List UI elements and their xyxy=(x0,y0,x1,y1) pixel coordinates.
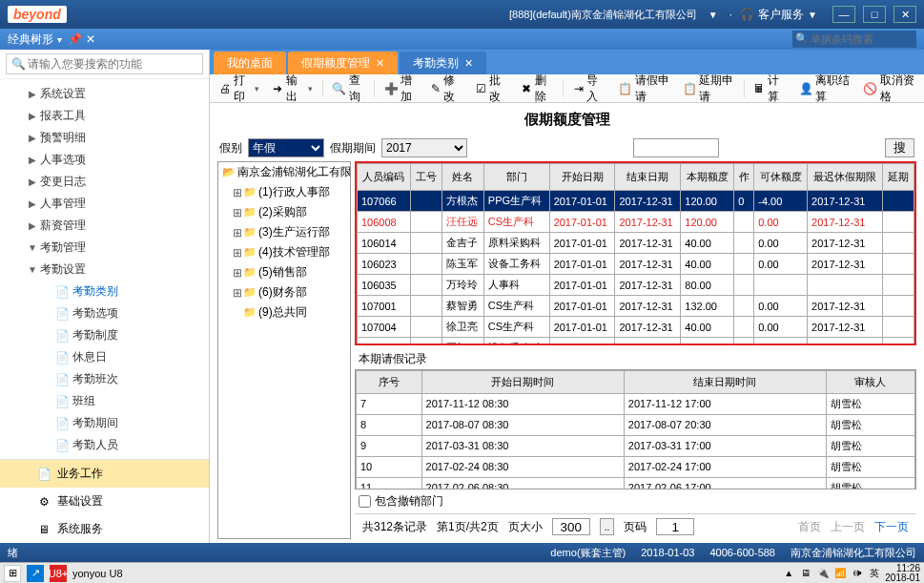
toolbar-button[interactable]: 📋延期申请 xyxy=(677,77,739,100)
toolbar-button[interactable]: 📋请假申请 xyxy=(613,77,675,100)
tree-node[interactable]: 📄考勤人员 xyxy=(0,434,209,456)
expand-icon[interactable]: ⊞ xyxy=(232,246,243,260)
account-dropdown-icon[interactable]: ▼ xyxy=(708,10,718,20)
tree-node[interactable]: ▶人事选项 xyxy=(0,149,209,171)
column-header[interactable]: 最迟休假期限 xyxy=(808,164,883,191)
tab-close-icon[interactable]: ✕ xyxy=(376,57,384,70)
table-row[interactable]: 106008汪任远CS生产科2017-01-012017-12-31120.00… xyxy=(358,212,914,233)
toolbar-button[interactable]: 👤离职结算 xyxy=(793,77,855,100)
column-header[interactable]: 可休额度 xyxy=(754,164,808,191)
table-row[interactable]: 107001蔡智勇CS生产科2017-01-012017-12-31132.00… xyxy=(358,296,914,317)
toolbar-button[interactable]: ☑批改 xyxy=(470,77,514,100)
toolbar-button[interactable]: ✖删除 xyxy=(515,77,559,100)
toolbar-button[interactable]: 🖨打印▾ xyxy=(214,77,265,100)
tree-node[interactable]: ▶报表工具 xyxy=(0,105,209,127)
tree-node[interactable]: ▼考勤管理 xyxy=(0,237,209,259)
leave-records-grid[interactable]: 序号开始日期时间结束日期时间审核人72017-11-12 08:302017-1… xyxy=(356,370,915,490)
column-header[interactable]: 开始日期时间 xyxy=(421,370,624,393)
service-dropdown-icon[interactable]: ▼ xyxy=(808,10,817,20)
minimize-button[interactable]: — xyxy=(832,6,855,23)
taskbar-clock[interactable]: 11:26 2018-01 xyxy=(885,564,920,583)
vacation-grid[interactable]: 人员编码工号姓名部门开始日期结束日期本期额度作可休额度最迟休假期限延期10706… xyxy=(357,163,914,345)
toolbar-button[interactable]: 🚫取消资格 xyxy=(858,77,920,100)
column-header[interactable]: 结束日期时间 xyxy=(624,370,826,393)
pager-prev[interactable]: 上一页 xyxy=(831,519,865,535)
expand-icon[interactable]: ⊞ xyxy=(232,206,243,219)
sidebar-search-input[interactable] xyxy=(6,53,203,74)
column-header[interactable]: 本期额度 xyxy=(681,164,734,191)
sidebar-section[interactable]: 📄业务工作 xyxy=(0,460,209,488)
tree-node[interactable]: 📄休息日 xyxy=(0,346,209,368)
table-row[interactable]: 92017-03-31 08:302017-03-31 17:00胡雪松 xyxy=(357,435,915,456)
tree-node[interactable]: ▶预警明细 xyxy=(0,127,209,149)
tab-close-icon[interactable]: ✕ xyxy=(464,57,473,70)
dept-root[interactable]: 📂南京金浦锦湖化工有限公司 xyxy=(218,162,350,182)
sidebar-section[interactable]: ⚙基础设置 xyxy=(0,488,209,515)
taskbar-app-icon[interactable]: ↗ xyxy=(27,565,44,582)
column-header[interactable]: 人员编码 xyxy=(358,164,411,191)
column-header[interactable]: 延期 xyxy=(883,164,914,191)
table-row[interactable]: 107004徐卫亮CS生产科2017-01-012017-12-3140.000… xyxy=(358,317,914,338)
period-select[interactable]: 2017 xyxy=(381,138,467,157)
toolbar-button[interactable]: ➜输出▾ xyxy=(267,77,318,100)
tree-node[interactable]: ▶变更日志 xyxy=(0,171,209,193)
expand-icon[interactable]: ⊞ xyxy=(232,266,243,280)
table-row[interactable]: 107066方根杰PPG生产科2017-01-012017-12-31120.0… xyxy=(358,191,914,212)
column-header[interactable]: 审核人 xyxy=(826,370,914,393)
search-button[interactable]: 搜 xyxy=(885,138,914,157)
tray-icon[interactable]: 🖥 xyxy=(799,567,812,580)
tray-icon[interactable]: ▲ xyxy=(782,567,795,580)
barcode-search-input[interactable] xyxy=(792,31,916,48)
column-header[interactable]: 作 xyxy=(734,164,754,191)
sidebar-section[interactable]: 🖥系统服务 xyxy=(0,515,209,543)
tab[interactable]: 我的桌面 xyxy=(214,52,286,74)
tray-icon[interactable]: 🕪 xyxy=(851,567,864,580)
include-cancel-checkbox[interactable] xyxy=(359,495,371,508)
tree-node[interactable]: 📄考勤类别 xyxy=(0,281,209,302)
toolbar-button[interactable]: ⇥导入 xyxy=(567,77,611,100)
dept-node[interactable]: ⊞📁(3)生产运行部 xyxy=(218,222,350,242)
sidebar-title-dropdown-icon[interactable]: ▾ xyxy=(57,34,62,45)
taskbar-app-icon[interactable]: ⊞ xyxy=(4,565,21,582)
table-row[interactable]: 112017-02-06 08:302017-02-06 17:00胡雪松 xyxy=(357,477,915,489)
tray-icon[interactable]: 📶 xyxy=(833,567,847,580)
taskbar-app-icon[interactable]: U8+ xyxy=(50,565,67,582)
customer-service-link[interactable]: 客户服务 xyxy=(758,7,804,23)
column-header[interactable]: 姓名 xyxy=(441,164,483,191)
column-header[interactable]: 工号 xyxy=(410,164,441,191)
tree-node[interactable]: 📄班组 xyxy=(0,390,209,412)
pageno-input[interactable] xyxy=(656,518,694,535)
close-button[interactable]: ✕ xyxy=(893,6,916,23)
tree-node[interactable]: ▶系统设置 xyxy=(0,83,209,105)
tree-node[interactable]: ▶薪资管理 xyxy=(0,215,209,237)
pagesize-apply[interactable]: .. xyxy=(600,518,615,535)
filter-text-input[interactable] xyxy=(633,138,719,157)
dept-node[interactable]: ⊞📁(4)技术管理部 xyxy=(218,242,350,262)
table-row[interactable]: 106023陈玉军设备工务科2017-01-012017-12-3140.000… xyxy=(358,254,914,275)
column-header[interactable]: 开始日期 xyxy=(549,164,615,191)
expand-icon[interactable]: ⊞ xyxy=(232,286,243,300)
tree-node[interactable]: 📄考勤班次 xyxy=(0,368,209,390)
table-row[interactable]: 107005夏旭设备采购科2017-01-012017-12-3140.000.… xyxy=(358,338,914,345)
tab[interactable]: 考勤类别✕ xyxy=(400,52,486,74)
toolbar-button[interactable]: ➕增加 xyxy=(379,77,422,100)
tree-node[interactable]: 📄考勤期间 xyxy=(0,412,209,434)
table-row[interactable]: 102017-02-24 08:302017-02-24 17:00胡雪松 xyxy=(357,456,915,477)
expand-icon[interactable]: ⊞ xyxy=(232,186,243,199)
dept-node[interactable]: ⊞📁(5)销售部 xyxy=(218,262,350,282)
dept-node[interactable]: ⊞📁(6)财务部 xyxy=(218,282,350,302)
kind-select[interactable]: 年假 xyxy=(248,138,324,157)
table-row[interactable]: 106035万玲玲人事科2017-01-012017-12-3180.00 xyxy=(358,275,914,296)
ime-indicator[interactable]: 英 xyxy=(868,567,881,580)
toolbar-button[interactable]: 🔍查询 xyxy=(327,77,371,100)
tree-node[interactable]: ▶人事管理 xyxy=(0,193,209,215)
sidebar-close-icon[interactable]: ✕ xyxy=(86,32,95,46)
tree-node[interactable]: ▼考勤设置 xyxy=(0,259,209,281)
tree-node[interactable]: 📄考勤制度 xyxy=(0,324,209,346)
pin-icon[interactable]: 📌 xyxy=(68,32,82,46)
column-header[interactable]: 部门 xyxy=(483,164,549,191)
toolbar-button[interactable]: ✎修改 xyxy=(424,77,468,100)
expand-icon[interactable]: ⊞ xyxy=(232,226,243,239)
tree-node[interactable]: 📄考勤选项 xyxy=(0,302,209,324)
column-header[interactable]: 结束日期 xyxy=(615,164,681,191)
